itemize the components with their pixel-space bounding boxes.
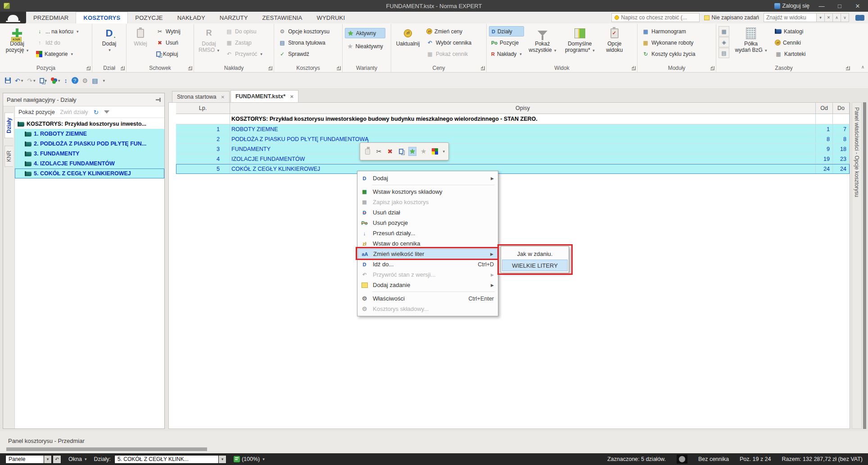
inactive-variant-button[interactable]: ★ (420, 147, 428, 156)
find-dropdown-button[interactable]: ▾ (817, 13, 825, 22)
to-description-button[interactable]: ▤ Do opisu (223, 26, 265, 36)
redo-button[interactable]: ↷▾ (26, 76, 36, 85)
paste-button[interactable] (364, 147, 372, 156)
tab-narzuty[interactable]: NARZUTY (212, 12, 255, 23)
mini-toolbar-more[interactable]: ▾ (443, 149, 445, 154)
dialog-launcher-icon[interactable] (86, 66, 90, 70)
restore-button[interactable]: ↶ Przywróć▾ (223, 49, 265, 59)
add-rmso-button[interactable]: R Dodaj RMSO ▾ (196, 25, 222, 54)
filter-icon[interactable] (104, 110, 109, 114)
inactive-variant-button[interactable]: ★ Nieaktywny (345, 41, 385, 51)
column-header-od[interactable]: Od (816, 103, 833, 114)
life-cycle-costs-button[interactable]: ↻ Koszty cyklu życia (640, 49, 697, 59)
paste-button[interactable]: Wklej (129, 25, 152, 48)
copy-button[interactable]: Kopiuj (154, 49, 183, 59)
dialog-launcher-icon[interactable] (121, 66, 125, 70)
bzg-shelf-button[interactable]: Półka wydań BzG ▾ (731, 25, 771, 54)
find-in-view-input[interactable] (764, 13, 817, 22)
title-page-button[interactable]: ▤ Strona tytułowa (276, 37, 332, 48)
application-menu-button[interactable] (0, 12, 26, 23)
categories-button[interactable] (431, 147, 439, 156)
collapse-ribbon-button[interactable]: ∧ (861, 64, 864, 69)
calculator-tool-button[interactable]: ▦ (719, 26, 729, 36)
menu-item-przywroc-stan-z-wersji[interactable]: ↶ Przywróć stan z wersji... ▶ (358, 269, 497, 280)
tab-przedmiar[interactable]: PRZEDMIAR (26, 12, 76, 23)
window-copy-button[interactable]: ▾ (38, 77, 49, 84)
sections-combo[interactable]: 5. COKÓŁ Z CEGŁY KLINK... ▾ (114, 455, 226, 464)
cut-button[interactable]: ✂ Wytnij (154, 26, 183, 36)
zoom-control[interactable]: (100%)▾ (234, 456, 265, 462)
tab-naklady[interactable]: NAKŁADY (170, 12, 212, 23)
login-button[interactable]: Zaloguj się (774, 3, 809, 9)
side-tab-knr[interactable]: KNR (5, 146, 13, 167)
settings-button[interactable]: ⚙ (81, 76, 90, 85)
table-row[interactable]: 2 PODŁOŻA Z PIASKU POD PŁYTĘ FUNDAMENTOW… (176, 134, 850, 144)
undo-button[interactable]: ↶▾ (14, 76, 24, 85)
tab-kosztorys[interactable]: KOSZTORYS (76, 12, 128, 23)
doc-tab-start[interactable]: Strona startowa ✕ (172, 91, 230, 102)
tree-item-5[interactable]: 5. COKÓŁ Z CEGŁY KLINKIEROWEJ (15, 169, 164, 178)
find-next-button[interactable]: ∨ (841, 13, 849, 22)
view-sections-button[interactable]: D Działy (489, 26, 524, 36)
qat-more-button[interactable]: ▾ (100, 78, 106, 84)
select-pricelist-button[interactable]: ↶ Wybór cennika (424, 37, 474, 48)
horizontal-scrollbar[interactable] (6, 447, 207, 451)
dialog-launcher-icon[interactable] (188, 66, 192, 70)
delete-button[interactable]: ✖ (386, 147, 394, 156)
view-positions-button[interactable]: Po Pozycje (489, 37, 524, 48)
program-defaults-button[interactable]: Domyślne programu* ▾ (561, 25, 599, 54)
dialog-launcher-icon[interactable] (268, 66, 272, 70)
tree-root[interactable]: KOSZTORYS: Przykład kosztorysu inwesto..… (15, 119, 164, 129)
show-pricelist-button[interactable]: ▦ Pokaż cennik (424, 49, 474, 59)
properties-panel-tab[interactable]: Panel właściwości - Opcje kosztorysu (852, 102, 862, 429)
doc-tab-fundament[interactable]: FUNDAMENT.kstx* ✕ (231, 90, 299, 102)
submenu-item-jak-w-zdaniu[interactable]: Jak w zdaniu. (502, 248, 568, 260)
active-variant-button[interactable]: ★ Aktywny (345, 28, 385, 38)
view-outlays-button[interactable]: R Nakłady▾ (489, 49, 524, 59)
menu-item-zapisz-jako-kosztorys[interactable]: ▦ Zapisz jako kosztorys (358, 197, 497, 207)
menu-item-wstaw-kosztorys-skladowy[interactable]: ▦ Wstaw kosztorys składowy (358, 187, 497, 197)
diamond-tool-button[interactable]: ◈ (719, 37, 729, 47)
menu-item-wlasciwosci[interactable]: ⚙ Właściwości Ctrl+Enter (358, 293, 497, 304)
unsaved-tasks[interactable]: Nie zapisano zadań (704, 14, 759, 21)
dialog-launcher-icon[interactable] (846, 66, 850, 70)
menu-item-przesun-dzialy[interactable]: ↓ Przesuń działy... (358, 228, 497, 238)
catalogs-button[interactable]: Katalogi (773, 26, 808, 36)
menu-item-idz-do[interactable]: D Idź do... Ctrl+D (358, 259, 497, 269)
find-clear-button[interactable]: ✕ (825, 13, 833, 22)
submenu-item-wielkie-litery[interactable]: WIELKIE LITERY (502, 260, 568, 271)
windows-menu[interactable]: Okna▾ (68, 456, 86, 462)
document-button[interactable]: ▤ (90, 76, 99, 85)
show-positions-link[interactable]: Pokaż pozycje (18, 109, 55, 115)
delete-button[interactable]: ✖ Usuń (154, 37, 183, 48)
active-variant-button[interactable]: ★ (408, 147, 416, 156)
tree-item-4[interactable]: 4. IZOLACJE FUNDAMENTÓW (15, 159, 164, 169)
tell-me-input[interactable] (621, 14, 693, 21)
bottom-panel-title[interactable]: Panel kosztorysu - Przedmiar (8, 438, 85, 444)
help-button[interactable]: ? (70, 76, 80, 85)
column-header-opisy[interactable]: Opisy (230, 103, 816, 114)
table-row[interactable]: 1 ROBOTY ZIEMNE 1 7 (176, 124, 850, 134)
dialog-launcher-icon[interactable] (710, 66, 714, 70)
dialog-launcher-icon[interactable] (481, 66, 485, 70)
tab-wydruki[interactable]: WYDRUKI (309, 12, 352, 23)
combo-arrow-icon[interactable]: ▾ (44, 455, 52, 464)
panels-combo[interactable]: Panele ▾ ↶ (5, 455, 61, 464)
schedule-button[interactable]: ▦ Harmonogram (640, 26, 697, 36)
tree-item-2[interactable]: 2. PODŁOŻA Z PIASKU POD PŁYTĘ FUN... (15, 139, 164, 149)
maximize-button[interactable]: □ (834, 3, 845, 9)
combo-arrow-icon[interactable]: ▾ (219, 455, 226, 464)
menu-item-usun-dzial[interactable]: D Usuń dział (358, 207, 497, 218)
close-tab-icon[interactable]: ✕ (290, 94, 294, 99)
collapse-sections-link[interactable]: Zwiń działy (60, 109, 88, 115)
categories-button[interactable]: Kategorie▾ (34, 49, 81, 59)
menu-item-dodaj-zadanie[interactable]: Dodaj zadanie ▶ (358, 280, 497, 290)
card-files-button[interactable]: ▦ Kartoteki (773, 49, 808, 59)
estimate-options-button[interactable]: ⚙ Opcje kosztorysu (276, 26, 332, 36)
cut-button[interactable]: ✂ (375, 147, 383, 156)
dialog-launcher-icon[interactable] (337, 66, 341, 70)
menu-item-kosztorys-skladowy[interactable]: ⚙ Kosztorys składowy... (358, 304, 497, 314)
close-button[interactable]: ✕ (852, 3, 863, 9)
show-all-button[interactable]: Pokaż wszystkie ▾ (526, 25, 559, 54)
fit-rows-button[interactable]: ↕ (63, 76, 69, 85)
